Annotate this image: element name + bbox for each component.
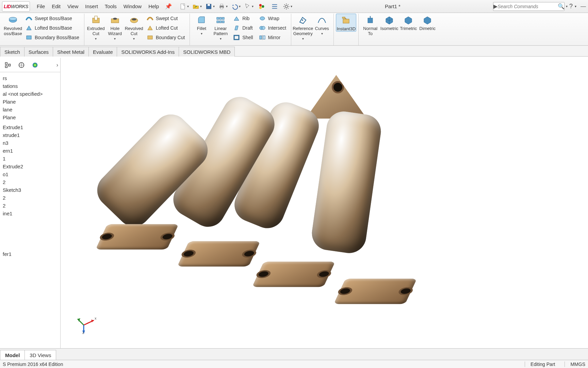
svg-point-19 bbox=[113, 18, 117, 20]
reference-geometry-button[interactable]: Reference Geometry▾ bbox=[293, 14, 312, 41]
tree-item[interactable]: fer1 bbox=[1, 250, 59, 258]
tab-sheetmetal[interactable]: Sheet Metal bbox=[53, 47, 89, 57]
svg-rect-0 bbox=[181, 4, 184, 9]
orientation-triad[interactable]: x z bbox=[74, 311, 98, 335]
pin-icon[interactable]: 📌 bbox=[165, 3, 172, 10]
tree-item[interactable]: 2 bbox=[1, 178, 59, 186]
menu-tools[interactable]: Tools bbox=[102, 2, 119, 11]
lofted-cut-button[interactable]: Lofted Cut bbox=[145, 24, 186, 32]
status-units[interactable]: MMGS bbox=[565, 362, 585, 367]
lofted-boss-button[interactable]: Lofted Boss/Base bbox=[24, 24, 81, 32]
rebuild-icon[interactable] bbox=[257, 2, 266, 11]
draft-button[interactable]: Draft bbox=[231, 24, 254, 32]
hole-wizard-button[interactable]: Hole Wizard▾ bbox=[105, 14, 125, 41]
tree-item[interactable]: Plane bbox=[1, 113, 59, 121]
tab-surfaces[interactable]: Surfaces bbox=[24, 47, 53, 57]
search-commands[interactable]: ▶ 🔍 ▾ bbox=[493, 2, 565, 11]
svg-rect-33 bbox=[260, 36, 262, 39]
tree-item[interactable]: Plane bbox=[1, 98, 59, 106]
feature-tree[interactable]: rs tations al <not specified> Plane lane… bbox=[0, 72, 60, 348]
mirror-button[interactable]: Mirror bbox=[257, 33, 288, 42]
tab-3dviews[interactable]: 3D Views bbox=[24, 350, 56, 360]
flange-2 bbox=[177, 241, 261, 267]
tree-tab-property-icon[interactable] bbox=[16, 59, 27, 71]
tree-item[interactable]: o1 bbox=[1, 170, 59, 178]
loft-icon bbox=[25, 25, 33, 31]
dimetric-button[interactable]: Dimetric bbox=[418, 14, 437, 31]
tree-item[interactable]: xtrude1 bbox=[1, 131, 59, 139]
tab-sketch[interactable]: Sketch bbox=[0, 47, 24, 57]
trimetric-button[interactable]: Trimetric bbox=[399, 14, 418, 31]
help-dropdown[interactable]: ? ▾ bbox=[569, 3, 576, 10]
tree-item[interactable]: ine1 bbox=[1, 210, 59, 217]
tree-item[interactable]: ern1 bbox=[1, 147, 59, 155]
svg-point-36 bbox=[302, 19, 303, 21]
tree-item[interactable]: tations bbox=[1, 82, 59, 90]
fillet-button[interactable]: Fillet▾ bbox=[192, 14, 211, 35]
menu-edit[interactable]: Edit bbox=[49, 2, 63, 11]
tree-tab-feature-icon[interactable] bbox=[2, 59, 14, 71]
swept-boss-button[interactable]: Swept Boss/Base bbox=[24, 14, 81, 22]
svg-rect-15 bbox=[27, 36, 31, 39]
extruded-cut-button[interactable]: Extruded Cut▾ bbox=[86, 14, 105, 41]
search-scope-icon[interactable]: ▶ bbox=[493, 2, 497, 11]
normal-to-button[interactable]: Normal To bbox=[361, 14, 380, 36]
tree-item[interactable]: 1 bbox=[1, 155, 59, 163]
instant3d-button[interactable]: Instant3D bbox=[336, 14, 356, 32]
linear-pattern-button[interactable]: Linear Pattern▾ bbox=[211, 14, 230, 41]
tree-item[interactable]: rs bbox=[1, 74, 59, 82]
search-input[interactable] bbox=[497, 4, 558, 9]
tree-item[interactable]: Sketch3 bbox=[1, 186, 59, 194]
tree-item[interactable]: Extrude2 bbox=[1, 163, 59, 170]
boundary-cut-button[interactable]: Boundary Cut bbox=[145, 33, 186, 42]
isometric-button[interactable]: Isometric bbox=[380, 14, 399, 31]
tab-mbd[interactable]: SOLIDWORKS MBD bbox=[179, 47, 235, 57]
menu-view[interactable]: View bbox=[65, 2, 81, 11]
tab-evaluate[interactable]: Evaluate bbox=[88, 47, 117, 57]
menu-file[interactable]: File bbox=[34, 2, 48, 11]
intersect-button[interactable]: Intersect bbox=[257, 24, 288, 32]
tree-item[interactable]: n3 bbox=[1, 139, 59, 147]
swept-cut-button[interactable]: Swept Cut bbox=[145, 14, 186, 22]
rib-button[interactable]: Rib bbox=[231, 14, 254, 22]
open-doc-icon[interactable] bbox=[192, 2, 202, 11]
graphics-viewport[interactable]: x z bbox=[61, 58, 588, 348]
flange-3 bbox=[252, 262, 336, 287]
svg-rect-24 bbox=[219, 17, 222, 19]
tab-model[interactable]: Model bbox=[0, 350, 25, 360]
draft-icon bbox=[233, 25, 240, 31]
tree-item[interactable]: lane bbox=[1, 106, 59, 113]
svg-point-32 bbox=[262, 26, 265, 30]
select-icon[interactable] bbox=[244, 2, 254, 11]
revolved-cut-button[interactable]: Revolved Cut▾ bbox=[125, 14, 144, 41]
options-list-icon[interactable] bbox=[270, 2, 279, 11]
menu-help[interactable]: Help bbox=[146, 2, 162, 11]
tree-item[interactable]: 2 bbox=[1, 202, 59, 210]
menu-window[interactable]: Window bbox=[121, 2, 144, 11]
revolve-cut-icon bbox=[129, 15, 140, 25]
search-icon[interactable]: 🔍 bbox=[558, 3, 565, 10]
tree-item[interactable]: Extrude1 bbox=[1, 123, 59, 131]
revolved-boss-button[interactable]: Revolved oss/Base bbox=[3, 14, 22, 36]
undo-icon[interactable] bbox=[231, 2, 241, 11]
tree-item[interactable]: 2 bbox=[1, 194, 59, 202]
shell-button[interactable]: Shell bbox=[231, 33, 254, 42]
intersect-icon bbox=[259, 25, 266, 31]
tab-addins[interactable]: SOLIDWORKS Add-Ins bbox=[117, 47, 179, 57]
wrap-button[interactable]: Wrap bbox=[257, 14, 288, 22]
tree-item[interactable]: al <not specified> bbox=[1, 90, 59, 98]
boundary-boss-button[interactable]: Boundary Boss/Base bbox=[24, 33, 81, 42]
save-icon[interactable] bbox=[205, 2, 215, 11]
svg-rect-25 bbox=[222, 17, 224, 19]
ribbon: Revolved oss/Base Swept Boss/Base Lofted… bbox=[0, 13, 588, 46]
print-icon[interactable] bbox=[218, 2, 228, 11]
tree-expand-icon[interactable]: › bbox=[56, 62, 58, 68]
tree-tab-appearance-icon[interactable] bbox=[29, 59, 41, 71]
minimize-ribbon-icon[interactable]: — bbox=[581, 3, 586, 10]
settings-gear-icon[interactable] bbox=[283, 2, 292, 11]
curves-button[interactable]: Curves▾ bbox=[312, 14, 331, 35]
new-doc-icon[interactable] bbox=[179, 2, 189, 11]
pipe-4 bbox=[310, 109, 383, 255]
menu-insert[interactable]: Insert bbox=[82, 2, 101, 11]
menu-bar: LIDWORKS File Edit View Insert Tools Win… bbox=[0, 0, 588, 13]
